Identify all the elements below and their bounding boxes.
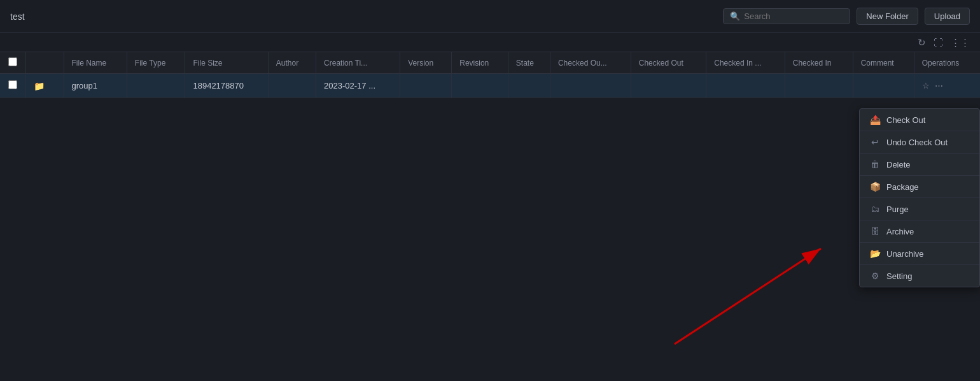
table-container: File Name File Type File Size Author Cre… [0, 52, 980, 381]
th-flags [25, 52, 64, 74]
search-box[interactable]: 🔍 [723, 8, 850, 24]
purge-label: Purge [886, 205, 909, 214]
unarchive-label: Unarchive [886, 249, 924, 259]
th-checked-in-by[interactable]: Checked In ... [706, 52, 785, 74]
row-star-icon[interactable]: ☆ [922, 81, 930, 90]
row-checked-out-by-cell [550, 74, 631, 98]
folder-icon: 📁 [34, 81, 45, 91]
th-checked-in[interactable]: Checked In [785, 52, 853, 74]
row-more-icon[interactable]: ⋯ [935, 81, 943, 90]
upload-button[interactable]: Upload [925, 8, 970, 25]
row-file-type-cell [127, 74, 185, 98]
fullscreen-icon[interactable]: ⛶ [934, 37, 943, 48]
unarchive-icon: 📂 [870, 248, 880, 259]
row-file-size-cell: 18942178870 [185, 74, 268, 98]
context-menu-item-purge[interactable]: 🗂 Purge [860, 198, 979, 220]
context-menu-item-package[interactable]: 📦 Package [860, 176, 979, 198]
row-checked-in-cell [785, 74, 853, 98]
row-checkbox[interactable] [8, 80, 17, 89]
context-menu-item-undo-check-out[interactable]: ↩ Undo Check Out [860, 131, 979, 154]
th-checked-out-by[interactable]: Checked Ou... [550, 52, 631, 74]
check-out-icon: 📤 [870, 115, 880, 125]
th-file-name[interactable]: File Name [64, 52, 127, 74]
th-file-type[interactable]: File Type [127, 52, 185, 74]
row-comment-cell [853, 74, 914, 98]
new-folder-button[interactable]: New Folder [857, 8, 918, 25]
context-menu: 📤 Check Out ↩ Undo Check Out 🗑 Delete 📦 … [859, 108, 980, 287]
th-file-size[interactable]: File Size [185, 52, 268, 74]
th-checkbox[interactable] [0, 52, 25, 74]
context-menu-item-check-out[interactable]: 📤 Check Out [860, 109, 979, 131]
th-creation-time[interactable]: Creation Ti... [316, 52, 400, 74]
th-revision[interactable]: Revision [452, 52, 508, 74]
row-checked-in-by-cell [706, 74, 785, 98]
delete-label: Delete [886, 160, 911, 169]
search-input[interactable] [744, 11, 843, 21]
row-state-cell [508, 74, 550, 98]
row-creation-time-cell: 2023-02-17 ... [316, 74, 400, 98]
table-header-row: File Name File Type File Size Author Cre… [0, 52, 980, 74]
page-title: test [10, 11, 25, 22]
row-checked-out-cell [631, 74, 706, 98]
delete-icon: 🗑 [870, 159, 880, 169]
grid-icon[interactable]: ⋮⋮ [951, 37, 970, 48]
th-author[interactable]: Author [268, 52, 316, 74]
package-icon: 📦 [870, 182, 880, 192]
row-flags-cell: 📁 [25, 74, 64, 98]
header-actions: 🔍 New Folder Upload [723, 8, 970, 25]
undo-check-out-label: Undo Check Out [886, 138, 948, 147]
select-all-checkbox[interactable] [8, 57, 17, 66]
th-operations[interactable]: Operations [914, 52, 980, 74]
context-menu-item-unarchive[interactable]: 📂 Unarchive [860, 243, 979, 265]
archive-label: Archive [886, 227, 914, 236]
package-label: Package [886, 182, 919, 192]
row-file-name-cell: group1 [64, 74, 127, 98]
row-author-cell [268, 74, 316, 98]
toolbar-icons: ↻ ⛶ ⋮⋮ [0, 33, 980, 52]
purge-icon: 🗂 [870, 204, 880, 214]
search-icon: 🔍 [730, 11, 740, 21]
setting-label: Setting [886, 271, 912, 281]
check-out-label: Check Out [886, 115, 925, 125]
th-version[interactable]: Version [400, 52, 452, 74]
table-row[interactable]: 📁 group1 18942178870 2023-02-17 ... [0, 74, 980, 98]
context-menu-item-setting[interactable]: ⚙ Setting [860, 265, 979, 287]
th-state[interactable]: State [508, 52, 550, 74]
setting-icon: ⚙ [870, 271, 880, 281]
file-table: File Name File Type File Size Author Cre… [0, 52, 980, 98]
archive-icon: 🗄 [870, 226, 880, 236]
undo-check-out-icon: ↩ [870, 137, 880, 147]
context-menu-item-archive[interactable]: 🗄 Archive [860, 220, 979, 243]
row-version-cell [400, 74, 452, 98]
row-revision-cell [452, 74, 508, 98]
row-checkbox-cell[interactable] [0, 74, 25, 98]
refresh-icon[interactable]: ↻ [918, 37, 926, 48]
header: test 🔍 New Folder Upload [0, 0, 980, 33]
row-operations-cell: ☆ ⋯ [914, 74, 980, 98]
row-file-name: group1 [72, 81, 97, 90]
context-menu-item-delete[interactable]: 🗑 Delete [860, 154, 979, 176]
th-checked-out[interactable]: Checked Out [631, 52, 706, 74]
th-comment[interactable]: Comment [853, 52, 914, 74]
